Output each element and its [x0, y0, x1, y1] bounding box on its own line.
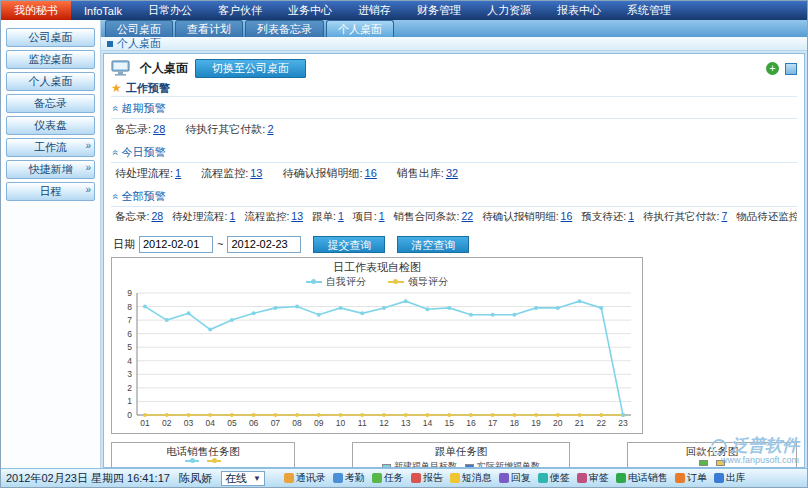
statusbar-tool[interactable]: 考勤 — [333, 471, 365, 485]
alert-count-link[interactable]: 1 — [175, 167, 181, 179]
collapse-icon[interactable]: « — [110, 194, 121, 200]
statusbar-tool[interactable]: 任务 — [372, 471, 404, 485]
tool-label: 通讯录 — [296, 471, 326, 485]
tab[interactable]: 个人桌面 — [326, 20, 394, 37]
approval-icon — [577, 473, 587, 483]
top-menu-item[interactable]: 系统管理 — [614, 1, 684, 20]
top-menu-item[interactable]: InfoTalk — [71, 1, 135, 20]
alert-count-link[interactable]: 13 — [250, 167, 262, 179]
order-icon — [675, 473, 685, 483]
alert-count-link[interactable]: 1 — [628, 210, 634, 222]
telesales-icon — [616, 473, 626, 483]
alert-count-link[interactable]: 32 — [446, 167, 458, 179]
sidebar-item[interactable]: 监控桌面 — [6, 50, 95, 69]
statusbar-tool[interactable]: 出库 — [714, 471, 746, 485]
top-menu-item[interactable]: 进销存 — [345, 1, 404, 20]
alert-count-link[interactable]: 22 — [461, 210, 473, 222]
sidebar-item[interactable]: 个人桌面 — [6, 72, 95, 91]
date-from-input[interactable] — [139, 236, 213, 253]
svg-text:03: 03 — [184, 418, 194, 428]
alert-items-row: 待处理流程:1流程监控:13待确认报销明细:16销售出库:32 — [111, 163, 797, 185]
svg-text:17: 17 — [488, 418, 498, 428]
statusbar-tool[interactable]: 便签 — [538, 471, 570, 485]
alert-count-link[interactable]: 1 — [379, 210, 385, 222]
alert-item-label: 流程监控: — [244, 210, 289, 222]
sidebar-item[interactable]: 工作流» — [6, 138, 95, 157]
tab[interactable]: 公司桌面 — [105, 20, 173, 37]
top-menu-item[interactable]: 报表中心 — [544, 1, 614, 20]
collapse-icon[interactable]: « — [110, 150, 121, 156]
top-menu-item[interactable]: 我的秘书 — [1, 1, 71, 20]
sidebar-item[interactable]: 备忘录 — [6, 94, 95, 113]
top-menu-item[interactable]: 业务中心 — [275, 1, 345, 20]
alert-count-link[interactable]: 16 — [365, 167, 377, 179]
clear-query-button[interactable]: 清空查询 — [397, 236, 469, 253]
date-to-input[interactable] — [227, 236, 301, 253]
alert-count-link[interactable]: 1 — [338, 210, 344, 222]
svg-text:22: 22 — [597, 418, 607, 428]
svg-text:5: 5 — [127, 342, 132, 352]
top-menu-item[interactable]: 日常办公 — [135, 1, 205, 20]
svg-text:15: 15 — [444, 418, 454, 428]
sidebar-item[interactable]: 快捷新增» — [6, 160, 95, 179]
svg-text:20: 20 — [553, 418, 563, 428]
sidebar-item[interactable]: 仪表盘 — [6, 116, 95, 135]
top-menu-item[interactable]: 财务管理 — [404, 1, 474, 20]
payment-collection-task-chart: 回款任务图 30 — [627, 442, 797, 468]
statusbar-tool[interactable]: 短消息 — [450, 471, 492, 485]
maximize-icon[interactable] — [785, 63, 797, 75]
tab[interactable]: 查看计划 — [175, 20, 243, 37]
online-status-select[interactable]: 在线 ▼ — [221, 471, 265, 486]
statusbar-tool[interactable]: 通讯录 — [284, 471, 326, 485]
sidebar-item[interactable]: 公司桌面 — [6, 28, 95, 47]
top-menu-bar: 我的秘书InfoTalk日常办公客户伙伴业务中心进销存财务管理人力资源报表中心系… — [1, 1, 807, 20]
add-icon[interactable]: + — [766, 62, 779, 75]
alert-count-link[interactable]: 28 — [153, 123, 165, 135]
alert-item: 备忘录:28 — [115, 210, 163, 224]
switch-to-company-desktop-button[interactable]: 切换至公司桌面 — [195, 59, 306, 78]
legend-self-score: 自我评分 — [306, 275, 366, 289]
order-follow-task-chart: 跟单任务图 新建跟单目标数实际新增跟单数跟单成功目标数实际跟单成功数 — [352, 442, 570, 468]
top-menu-item[interactable]: 客户伙伴 — [205, 1, 275, 20]
svg-text:05: 05 — [227, 418, 237, 428]
tab[interactable]: 列表备忘录 — [245, 20, 324, 37]
alert-item: 待处理流程:1 — [115, 166, 181, 181]
tool-label: 任务 — [384, 471, 404, 485]
alert-item: 项目:1 — [353, 210, 385, 224]
alert-item-label: 待处理流程: — [172, 210, 227, 222]
statusbar-tool[interactable]: 回复 — [499, 471, 531, 485]
sidebar-item[interactable]: 日程» — [6, 182, 95, 201]
tool-label: 电话销售 — [628, 471, 668, 485]
daily-performance-chart: 日工作表现自检图 自我评分 领导评分 012345678901020304050… — [111, 257, 643, 434]
alert-section-title: 全部预警 — [122, 189, 166, 204]
alert-count-link[interactable]: 28 — [151, 210, 163, 222]
alert-item-label: 销售合同条款: — [394, 210, 460, 222]
alert-count-link[interactable]: 7 — [721, 210, 727, 222]
tool-label: 便签 — [550, 471, 570, 485]
breadcrumb-label: 个人桌面 — [117, 36, 161, 51]
task-icon — [372, 473, 382, 483]
svg-text:9: 9 — [127, 289, 132, 298]
app-window: 我的秘书InfoTalk日常办公客户伙伴业务中心进销存财务管理人力资源报表中心系… — [0, 0, 808, 488]
work-alert-title: 工作预警 — [126, 81, 170, 96]
statusbar-tool[interactable]: 订单 — [675, 471, 707, 485]
alert-item-label: 待执行其它付款: — [643, 210, 719, 222]
statusbar-tool[interactable]: 电话销售 — [616, 471, 668, 485]
alert-item: 待处理流程:1 — [172, 210, 235, 224]
alert-count-link[interactable]: 2 — [267, 123, 273, 135]
collapse-icon[interactable]: « — [110, 106, 121, 112]
alert-item: 待确认报销明细:16 — [283, 166, 377, 181]
statusbar-tool[interactable]: 审签 — [577, 471, 609, 485]
top-menu-item[interactable]: 人力资源 — [474, 1, 544, 20]
submit-query-button[interactable]: 提交查询 — [313, 236, 385, 253]
outbound-icon — [714, 473, 724, 483]
address-book-icon — [284, 473, 294, 483]
svg-text:12: 12 — [379, 418, 389, 428]
statusbar-tool[interactable]: 报告 — [411, 471, 443, 485]
svg-text:01: 01 — [140, 418, 150, 428]
expand-icon: » — [85, 162, 91, 173]
alert-count-link[interactable]: 1 — [230, 210, 236, 222]
alert-item: 物品待还监控:5 — [736, 210, 797, 224]
alert-count-link[interactable]: 16 — [561, 210, 573, 222]
alert-count-link[interactable]: 13 — [291, 210, 303, 222]
